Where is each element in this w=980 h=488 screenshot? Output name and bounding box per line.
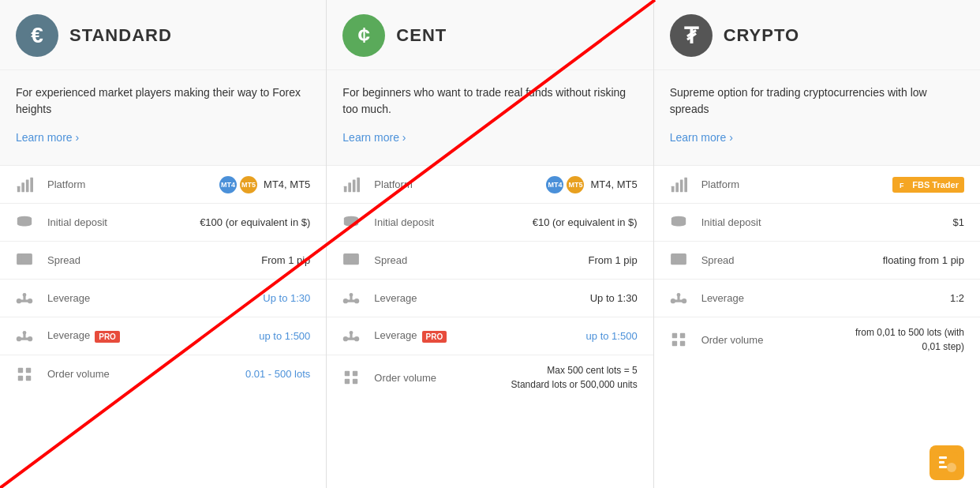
svg-rect-43 xyxy=(353,379,357,384)
cent-learn-more[interactable]: Learn more xyxy=(342,131,406,144)
cent-detail-value-0: MT4 MT5 MT4, MT5 xyxy=(546,176,637,193)
cent-detail-row-3: LeverageUp to 1:30 xyxy=(327,279,653,317)
svg-point-12 xyxy=(23,292,27,296)
crypto-detail-label-3: Leverage xyxy=(695,292,950,304)
standard-detail-row-2: SpreadFrom 1 pip xyxy=(0,241,326,279)
svg-rect-62 xyxy=(679,341,684,346)
standard-title: STANDARD xyxy=(69,25,172,46)
cent-detail-row-2: SpreadFrom 1 pip xyxy=(327,241,653,279)
crypto-detail-label-0: Platform xyxy=(695,178,893,190)
mt4-icon: MT4 xyxy=(546,176,563,193)
leverage-pro-icon xyxy=(342,328,368,345)
cent-detail-value-5: Max 500 cent lots = 5Standard lots or 50… xyxy=(511,363,638,392)
cent-detail-label-1: Initial deposit xyxy=(368,216,532,228)
crypto-detail-value-3: 1:2 xyxy=(950,292,964,304)
chart-icon xyxy=(670,176,695,193)
svg-rect-40 xyxy=(345,371,350,376)
crypto-header: ₮CRYPTO xyxy=(654,0,980,70)
svg-rect-51 xyxy=(671,253,685,264)
svg-rect-64 xyxy=(939,456,947,459)
crypto-detail-label-1: Initial deposit xyxy=(695,216,953,228)
standard-icon: € xyxy=(16,14,58,57)
svg-rect-1 xyxy=(21,182,24,192)
cent-detail-value-3: Up to 1:30 xyxy=(590,292,638,304)
cent-detail-label-3: Leverage xyxy=(368,292,589,304)
standard-detail-label-1: Initial deposit xyxy=(41,216,200,228)
crypto-detail-label-4: Order volume xyxy=(695,334,855,346)
standard-detail-label-5: Order volume xyxy=(41,368,245,380)
svg-rect-3 xyxy=(30,177,33,191)
svg-rect-22 xyxy=(344,186,347,191)
cent-detail-label-4: LeveragePRO xyxy=(368,329,585,342)
cent-detail-label-2: Spread xyxy=(368,254,588,266)
cent-details: Platform MT4 MT5 MT4, MT5 Initial deposi… xyxy=(327,165,653,400)
svg-rect-66 xyxy=(939,466,947,468)
cent-detail-row-0: Platform MT4 MT5 MT4, MT5 xyxy=(327,165,653,203)
crypto-detail-value-4: from 0,01 to 500 lots (with0,01 step) xyxy=(855,325,964,354)
cent-detail-label-0: Platform xyxy=(368,178,546,190)
fbs-logo-button[interactable] xyxy=(930,445,964,480)
order-icon xyxy=(342,369,368,386)
standard-detail-value-4: up to 1:500 xyxy=(259,330,310,342)
standard-detail-row-1: Initial deposit€100 (or equivalent in $) xyxy=(0,203,326,241)
crypto-detail-value-1: $1 xyxy=(953,216,964,228)
crypto-detail-row-2: Spreadfloating from 1 pip xyxy=(654,241,980,279)
standard-body: For experienced market players making th… xyxy=(0,70,326,165)
crypto-detail-row-4: Order volumefrom 0,01 to 500 lots (with0… xyxy=(654,317,980,362)
svg-point-17 xyxy=(23,330,27,334)
svg-rect-65 xyxy=(939,461,944,464)
svg-rect-25 xyxy=(357,177,361,191)
mt5-icon: MT5 xyxy=(567,176,584,193)
platform-label: MT4, MT5 xyxy=(590,178,637,190)
crypto-detail-value-2: floating from 1 pip xyxy=(883,254,964,266)
svg-point-67 xyxy=(947,463,956,472)
standard-header: €STANDARD xyxy=(0,0,326,70)
svg-rect-18 xyxy=(18,367,23,372)
crypto-detail-value-0: F FBS Trader xyxy=(892,177,964,193)
svg-rect-21 xyxy=(26,375,31,380)
svg-point-58 xyxy=(676,292,680,296)
standard-detail-row-5: Order volume0.01 - 500 lots xyxy=(0,355,326,392)
spread-icon xyxy=(670,252,695,269)
svg-rect-0 xyxy=(17,186,21,191)
cent-icon: ¢ xyxy=(342,14,385,57)
crypto-icon: ₮ xyxy=(670,14,713,57)
svg-rect-5 xyxy=(17,253,32,264)
mt4-icon: MT4 xyxy=(219,176,237,193)
crypto-detail-row-3: Leverage1:2 xyxy=(654,279,980,317)
card-crypto: ₮₮CRYPTOSupreme option for trading crypt… xyxy=(654,0,980,488)
crypto-description: Supreme option for trading cryptocurrenc… xyxy=(670,84,964,118)
leverage-icon xyxy=(342,290,368,307)
svg-rect-41 xyxy=(353,371,357,376)
standard-details: Platform MT4 MT5 MT4, MT5 Initial deposi… xyxy=(0,165,326,392)
mt5-icon: MT5 xyxy=(240,176,257,193)
leverage-icon xyxy=(16,290,41,307)
standard-detail-row-4: LeveragePROup to 1:500 xyxy=(0,317,326,355)
standard-detail-value-0: MT4 MT5 MT4, MT5 xyxy=(219,176,310,193)
cent-detail-value-2: From 1 pip xyxy=(589,254,638,266)
standard-learn-more[interactable]: Learn more xyxy=(16,131,79,144)
svg-rect-27 xyxy=(344,253,358,264)
crypto-detail-row-0: Platform F FBS Trader xyxy=(654,165,980,203)
svg-rect-42 xyxy=(345,379,350,384)
svg-rect-44 xyxy=(671,186,674,191)
leverage-icon xyxy=(670,290,695,307)
svg-rect-59 xyxy=(671,333,676,338)
cent-detail-row-5: Order volumeMax 500 cent lots = 5Standar… xyxy=(327,355,653,400)
fbs-icon: F FBS Trader xyxy=(892,177,964,193)
cent-description: For beginners who want to trade real fun… xyxy=(342,84,637,118)
spread-icon xyxy=(16,252,41,269)
crypto-learn-more[interactable]: Learn more xyxy=(670,131,733,144)
standard-detail-row-3: LeverageUp to 1:30 xyxy=(0,279,326,317)
svg-rect-24 xyxy=(353,179,356,192)
cent-header: ¢CENT xyxy=(327,0,653,70)
svg-rect-61 xyxy=(671,341,676,346)
cent-detail-value-4: up to 1:500 xyxy=(586,330,638,342)
svg-rect-20 xyxy=(18,375,23,380)
crypto-detail-row-1: Initial deposit$1 xyxy=(654,203,980,241)
card-standard: €€STANDARDFor experienced market players… xyxy=(0,0,327,488)
deposit-icon xyxy=(670,214,695,231)
deposit-icon xyxy=(16,214,41,231)
chart-icon xyxy=(342,176,368,193)
standard-detail-value-3: Up to 1:30 xyxy=(263,292,310,304)
